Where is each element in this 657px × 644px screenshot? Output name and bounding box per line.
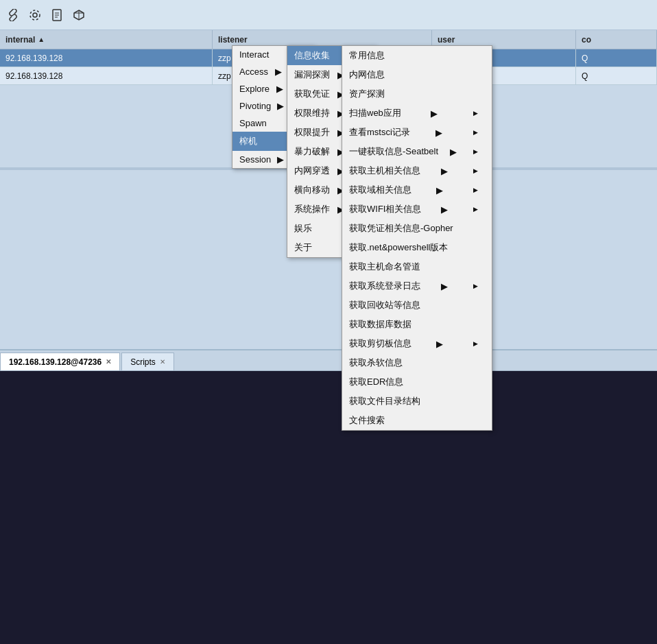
tab-scripts-label: Scripts (130, 357, 156, 367)
td-internal-1: 92.168.139.128 (0, 49, 213, 67)
td-internal-2: 92.168.139.128 (0, 67, 213, 84)
submenu2-item-wifi[interactable]: 获取WIFI相关信息 ▶ (342, 200, 492, 219)
submenu2-item-seatbelt[interactable]: 一键获取信息-Seatbelt ▶ (342, 142, 492, 161)
arrow-icon: ▶ (441, 204, 448, 215)
td-co-2: Q (576, 67, 657, 84)
document-icon[interactable] (49, 8, 64, 23)
submenu2-item-filesearch[interactable]: 文件搜索 (342, 411, 492, 430)
submenu2-item-edr[interactable]: 获取EDR信息 (342, 372, 492, 392)
arrow-icon: ▶ (277, 101, 284, 111)
sort-arrow: ▲ (38, 36, 45, 43)
tab-content (0, 371, 657, 644)
submenu2-item-common[interactable]: 常用信息 (342, 46, 492, 65)
svg-point-0 (33, 13, 37, 17)
submenu2-item-av[interactable]: 获取杀软信息 (342, 353, 492, 372)
submenu2-item-domaininfo[interactable]: 获取域相关信息 ▶ (342, 180, 492, 200)
submenu2-item-mstsc[interactable]: 查看mstsci记录 ▶ (342, 123, 492, 142)
arrow-icon: ▶ (436, 339, 443, 349)
submenu2-item-dirtree[interactable]: 获取文件目录结构 (342, 392, 492, 411)
arrow-icon: ▶ (275, 67, 282, 77)
td-co-1: Q (576, 49, 657, 67)
arrow-icon: ▶ (435, 128, 442, 138)
submenu2-item-database[interactable]: 获取数据库数据 (342, 315, 492, 334)
submenu2-item-webscanner[interactable]: 扫描web应用 ▶ (342, 104, 492, 123)
arrow-icon: ▶ (277, 154, 284, 165)
tab-session[interactable]: 192.168.139.128@47236 ✕ (0, 353, 120, 370)
toolbar (0, 0, 657, 30)
submenu2-item-clipboard[interactable]: 获取剪切板信息 ▶ (342, 334, 492, 353)
tab-close-scripts[interactable]: ✕ (160, 358, 165, 366)
th-co: co (576, 30, 657, 49)
settings-icon[interactable] (27, 8, 43, 23)
submenu2-item-intranet[interactable]: 内网信息 (342, 65, 492, 84)
arrow-icon: ▶ (441, 281, 448, 291)
submenu2-item-dotnet[interactable]: 获取.net&powershell版本 (342, 238, 492, 257)
submenu2-item-assets[interactable]: 资产探测 (342, 84, 492, 104)
link-icon[interactable] (5, 8, 21, 23)
tabs-area: 192.168.139.128@47236 ✕ Scripts ✕ (0, 349, 657, 644)
cube-icon[interactable] (71, 8, 86, 23)
tab-scripts[interactable]: Scripts ✕ (121, 353, 174, 370)
th-internal: internal ▲ (0, 30, 213, 49)
tab-close-session[interactable]: ✕ (106, 358, 111, 366)
submenu2-item-recyclebin[interactable]: 获取回收站等信息 (342, 296, 492, 315)
tab-session-label: 192.168.139.128@47236 (9, 357, 101, 367)
arrow-icon: ▶ (436, 185, 443, 195)
submenu2-item-creds-gopher[interactable]: 获取凭证相关信息-Gopher (342, 219, 492, 238)
arrow-icon: ▶ (431, 108, 438, 119)
svg-point-1 (30, 10, 40, 20)
submenu2-item-loginlog[interactable]: 获取系统登录日志 ▶ (342, 276, 492, 296)
arrow-icon: ▶ (450, 147, 457, 157)
arrow-icon: ▶ (441, 166, 448, 176)
arrow-icon: ▶ (276, 84, 283, 94)
submenu2-item-namedpipe[interactable]: 获取主机命名管道 (342, 257, 492, 276)
submenu-infocollect: 常用信息 内网信息 资产探测 扫描web应用 ▶ 查看mstsci记录 ▶ 一键… (342, 45, 492, 431)
tabs-header: 192.168.139.128@47236 ✕ Scripts ✕ (0, 350, 657, 371)
submenu2-item-hostinfo[interactable]: 获取主机相关信息 ▶ (342, 161, 492, 180)
